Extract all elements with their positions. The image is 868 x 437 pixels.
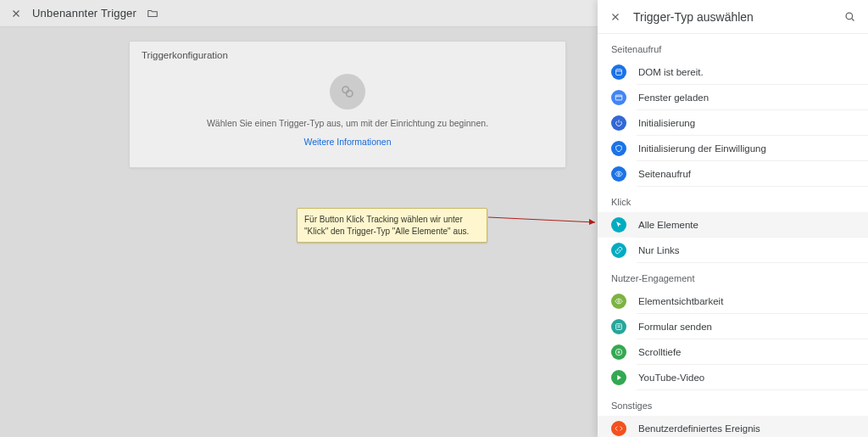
svg-point-0 <box>342 87 349 93</box>
dom-icon <box>611 64 626 80</box>
trigger-option-label: Formular senden <box>638 322 712 332</box>
card-title: Triggerkonfiguration <box>130 42 565 64</box>
trigger-option[interactable]: Alle Elemente <box>598 212 868 238</box>
trigger-option[interactable]: YouTube-Video <box>598 365 868 390</box>
close-icon[interactable] <box>10 8 22 20</box>
trigger-option-label: Fenster geladen <box>638 92 709 103</box>
eye-icon <box>611 166 626 182</box>
trigger-option-label: Nur Links <box>638 245 680 255</box>
code-icon <box>611 421 626 436</box>
trigger-option-label: Benutzerdefiniertes Ereignis <box>638 423 760 434</box>
trigger-option[interactable]: Formular senden <box>598 314 868 339</box>
more-info-link[interactable]: Weitere Informationen <box>303 137 391 147</box>
shield-icon <box>611 141 626 156</box>
svg-point-6 <box>618 173 620 176</box>
trigger-option-label: DOM ist bereit. <box>638 67 704 77</box>
trigger-type-panel: Trigger-Typ auswählen SeitenaufrufDOM is… <box>598 0 868 437</box>
placeholder-text: Wählen Sie einen Trigger-Typ aus, um mit… <box>207 118 488 128</box>
svg-point-1 <box>347 91 353 98</box>
trigger-option[interactable]: Seitenaufruf <box>598 161 868 187</box>
trigger-option[interactable]: Scrolltiefe <box>598 339 868 365</box>
page-title: Unbenannter Trigger <box>32 7 136 20</box>
trigger-option-label: YouTube-Video <box>638 373 704 383</box>
trigger-option-label: Elementsichtbarkeit <box>638 296 723 306</box>
panel-close-icon[interactable] <box>609 11 621 23</box>
panel-header: Trigger-Typ auswählen <box>598 0 868 34</box>
trigger-option[interactable]: Initialisierung der Einwilligung <box>598 136 868 161</box>
trigger-option[interactable]: Benutzerdefiniertes Ereignis <box>598 416 868 437</box>
trigger-option[interactable]: Fenster geladen <box>598 85 868 110</box>
trigger-option[interactable]: Nur Links <box>598 238 868 263</box>
panel-title: Trigger-Typ auswählen <box>633 10 832 24</box>
trigger-placeholder-icon <box>330 74 365 109</box>
play-icon <box>611 370 626 385</box>
power-icon <box>611 115 626 131</box>
visibility-icon <box>611 294 626 309</box>
trigger-option-label: Initialisierung <box>638 118 695 128</box>
section-label: Seitenaufruf <box>598 34 868 59</box>
window-icon <box>611 90 626 105</box>
trigger-option-label: Initialisierung der Einwilligung <box>638 143 766 154</box>
trigger-option[interactable]: DOM ist bereit. <box>598 59 868 85</box>
link-icon <box>611 243 626 258</box>
folder-icon[interactable] <box>147 8 159 20</box>
section-label: Sonstiges <box>598 390 868 416</box>
svg-point-7 <box>618 300 620 303</box>
scroll-icon <box>611 345 626 360</box>
trigger-option-label: Seitenaufruf <box>638 169 691 179</box>
trigger-option[interactable]: Elementsichtbarkeit <box>598 289 868 314</box>
panel-body[interactable]: SeitenaufrufDOM ist bereit.Fenster gelad… <box>598 34 868 437</box>
svg-point-3 <box>846 13 853 20</box>
trigger-option[interactable]: Initialisierung <box>598 110 868 136</box>
trigger-option-label: Scrolltiefe <box>638 347 682 357</box>
svg-rect-4 <box>616 70 622 76</box>
section-label: Nutzer-Engagement <box>598 263 868 289</box>
annotation-callout: Für Button Klick Tracking wählen wir unt… <box>297 208 487 243</box>
search-icon[interactable] <box>843 10 856 23</box>
trigger-option-label: Alle Elemente <box>638 220 698 230</box>
svg-rect-5 <box>615 95 622 100</box>
section-label: Klick <box>598 187 868 212</box>
pointer-icon <box>611 217 626 233</box>
trigger-config-card[interactable]: Triggerkonfiguration Wählen Sie einen Tr… <box>129 41 566 168</box>
form-icon <box>611 319 626 334</box>
